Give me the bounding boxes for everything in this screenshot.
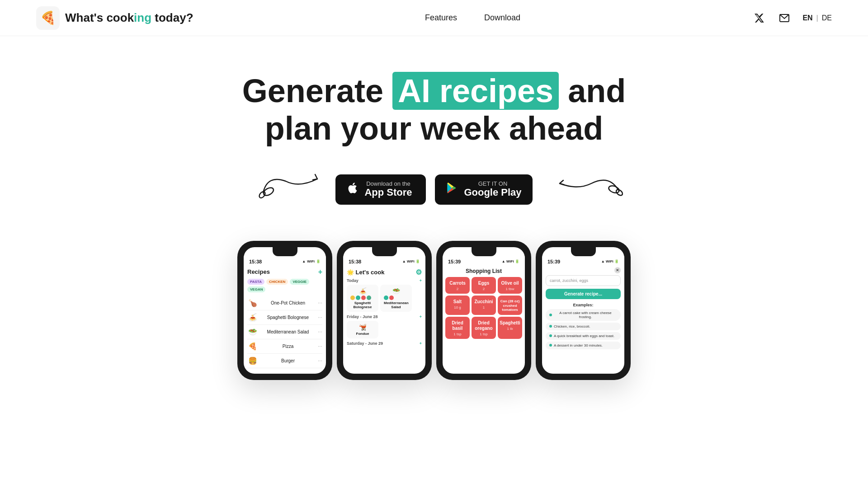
appstore-name: App Store (364, 187, 412, 198)
logo-text: What's cooking today? (65, 11, 193, 25)
hero-title-highlight: AI recipes (392, 72, 559, 110)
phone-mockups: 15:38 ▲WiFi🔋 Recipes + PASTA CHICKEN (199, 241, 669, 380)
phone-shopping: 15:39 ▲ WiFi 🔋 Shopping List Carrots 2 E… (434, 241, 533, 380)
hero-title-before: Generate (242, 73, 392, 109)
google-play-icon (446, 181, 458, 198)
logo-text-highlight: ing (134, 11, 151, 24)
arrow-left-deco (259, 165, 322, 202)
appstore-text: Download on the App Store (364, 181, 412, 198)
googleplay-button[interactable]: GET IT ON Google Play (435, 174, 532, 205)
nav-features[interactable]: Features (425, 13, 457, 23)
svg-point-4 (615, 188, 623, 197)
googleplay-text: GET IT ON Google Play (464, 181, 521, 198)
logo-text-suffix: today? (151, 11, 193, 24)
arrow-right-deco (551, 168, 623, 204)
header: 🍕 What's cooking today? Features Downloa… (0, 0, 868, 36)
email-icon[interactable] (777, 11, 792, 25)
googleplay-label: GET IT ON (464, 181, 521, 187)
nav-download[interactable]: Download (484, 13, 520, 23)
lang-de[interactable]: DE (822, 14, 832, 22)
hero-section: Generate AI recipes and plan your week a… (0, 36, 868, 407)
header-right: EN | DE (752, 11, 832, 25)
lang-en[interactable]: EN (802, 14, 812, 22)
hero-title-after: and (559, 73, 626, 109)
svg-point-2 (259, 190, 266, 199)
logo-text-prefix: What's cook (65, 11, 134, 24)
appstore-label: Download on the (364, 181, 412, 187)
logo: 🍕 What's cooking today? (36, 6, 193, 30)
phone-recipes: 15:38 ▲WiFi🔋 Recipes + PASTA CHICKEN (235, 241, 335, 380)
phone-ai: 15:39 ▲ WiFi 🔋 ✕ carrot, zucchini, eggs … (533, 241, 633, 380)
main-nav: Features Download (425, 13, 520, 23)
language-switcher: EN | DE (802, 14, 832, 22)
logo-icon: 🍕 (36, 6, 60, 30)
hero-title-line2: plan your week ahead (242, 110, 626, 147)
twitter-icon[interactable] (752, 11, 766, 25)
download-buttons: Download on the App Store GET IT ON Goog… (335, 174, 532, 205)
apple-icon (346, 181, 359, 198)
appstore-button[interactable]: Download on the App Store (335, 174, 426, 205)
googleplay-name: Google Play (464, 187, 521, 198)
phone-mealplan: 15:38 ▲ WiFi 🔋 🌟 Let's cook ⚙ Today + (335, 241, 434, 380)
lang-separator: | (816, 14, 818, 22)
hero-title: Generate AI recipes and plan your week a… (242, 72, 626, 147)
